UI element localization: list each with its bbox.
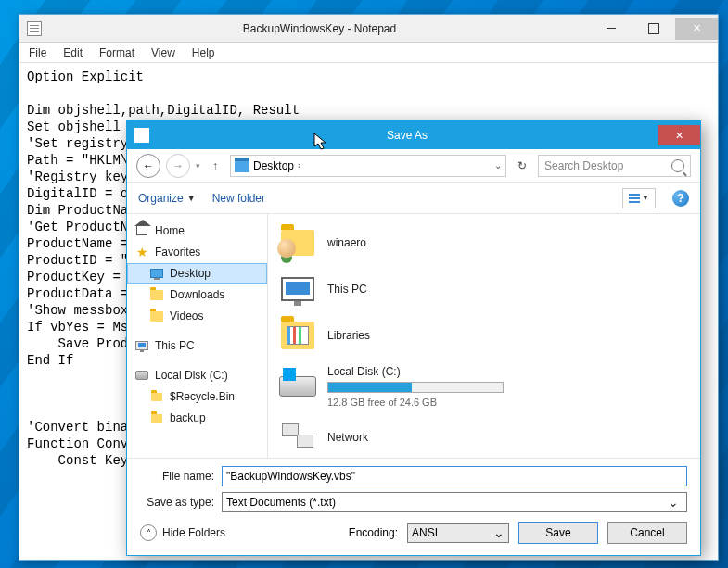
chevron-right-icon[interactable]: › bbox=[298, 160, 300, 170]
dialog-footer: File name: Save as type: Text Documents … bbox=[127, 458, 700, 555]
chevron-down-icon[interactable]: ⌄ bbox=[494, 160, 502, 170]
minimize-button[interactable] bbox=[590, 18, 632, 40]
home-icon bbox=[136, 226, 147, 235]
encoding-dropdown[interactable]: ANSI bbox=[407, 523, 509, 543]
search-box[interactable]: Search Desktop bbox=[538, 155, 691, 177]
nav-bar: ← → ▾ ↑ Desktop › ⌄ ↻ Search Desktop bbox=[127, 149, 700, 183]
filename-label: File name: bbox=[140, 470, 214, 483]
folder-icon bbox=[151, 393, 162, 401]
cancel-button[interactable]: Cancel bbox=[607, 522, 687, 544]
view-options-button[interactable] bbox=[622, 188, 656, 208]
disk-icon bbox=[135, 371, 148, 380]
save-button[interactable]: Save bbox=[518, 522, 598, 544]
dialog-close-button[interactable] bbox=[658, 125, 700, 145]
notepad-title: BackupWindowsKey - Notepad bbox=[49, 22, 590, 35]
nav-forward-button: → bbox=[166, 154, 190, 178]
file-libraries[interactable]: Libraries bbox=[274, 316, 695, 355]
savetype-dropdown[interactable]: Text Documents (*.txt) bbox=[222, 492, 687, 512]
tree-recycle[interactable]: $Recycle.Bin bbox=[127, 386, 267, 407]
breadcrumb-text[interactable]: Desktop bbox=[253, 159, 294, 172]
desktop-icon bbox=[235, 159, 249, 172]
file-local-disk[interactable]: Local Disk (C:) 12.8 GB free of 24.6 GB bbox=[274, 362, 695, 410]
menu-edit[interactable]: Edit bbox=[63, 46, 83, 59]
encoding-label: Encoding: bbox=[349, 526, 398, 539]
toolbar: Organize New folder ? bbox=[127, 183, 700, 214]
tree-this-pc[interactable]: This PC bbox=[127, 335, 267, 356]
list-view-icon bbox=[629, 194, 640, 203]
disk-icon bbox=[279, 376, 316, 397]
menu-view[interactable]: View bbox=[151, 46, 175, 59]
nav-back-button[interactable]: ← bbox=[136, 154, 160, 178]
save-as-titlebar[interactable]: Save As bbox=[127, 121, 700, 149]
pc-icon bbox=[135, 341, 148, 350]
file-winaero[interactable]: winaero bbox=[274, 223, 695, 262]
network-icon bbox=[282, 423, 313, 451]
menu-file[interactable]: File bbox=[29, 46, 46, 59]
filename-input[interactable] bbox=[222, 466, 687, 486]
star-icon: ★ bbox=[134, 245, 149, 259]
file-network[interactable]: Network bbox=[274, 418, 695, 457]
help-button[interactable]: ? bbox=[672, 190, 689, 207]
organize-menu[interactable]: Organize bbox=[138, 192, 196, 205]
navigation-pane[interactable]: Home ★Favorites Desktop Downloads Videos… bbox=[127, 214, 268, 458]
search-placeholder: Search Desktop bbox=[544, 159, 623, 172]
notepad-app-icon bbox=[27, 21, 42, 36]
save-as-dialog: Save As ← → ▾ ↑ Desktop › ⌄ ↻ Search Des… bbox=[126, 120, 701, 556]
desktop-icon bbox=[150, 269, 163, 278]
libraries-icon bbox=[281, 322, 314, 349]
file-this-pc[interactable]: This PC bbox=[274, 270, 695, 309]
tree-desktop[interactable]: Desktop bbox=[127, 263, 267, 284]
close-button[interactable] bbox=[675, 18, 718, 40]
file-list[interactable]: winaero This PC Libraries Local Disk (C:… bbox=[268, 214, 700, 458]
disk-fill bbox=[328, 383, 412, 392]
notepad-menubar: File Edit Format View Help bbox=[19, 43, 718, 63]
address-bar[interactable]: Desktop › ⌄ bbox=[230, 155, 506, 177]
user-folder-icon bbox=[281, 230, 314, 256]
menu-help[interactable]: Help bbox=[192, 46, 215, 59]
pc-icon bbox=[281, 277, 314, 301]
tree-favorites[interactable]: ★Favorites bbox=[127, 242, 267, 262]
folder-icon bbox=[150, 290, 163, 300]
new-folder-button[interactable]: New folder bbox=[212, 192, 265, 205]
maximize-button[interactable] bbox=[632, 18, 675, 40]
menu-format[interactable]: Format bbox=[99, 46, 134, 59]
disk-free-text: 12.8 GB free of 24.6 GB bbox=[327, 397, 504, 408]
tree-local-disk[interactable]: Local Disk (C:) bbox=[127, 365, 267, 385]
tree-backup[interactable]: backup bbox=[127, 408, 267, 428]
dialog-icon bbox=[134, 128, 149, 143]
tree-videos[interactable]: Videos bbox=[127, 306, 267, 326]
folder-icon bbox=[151, 414, 162, 423]
hide-folders-button[interactable]: ˄ Hide Folders bbox=[140, 524, 225, 541]
savetype-label: Save as type: bbox=[140, 496, 214, 509]
nav-up-button[interactable]: ↑ bbox=[206, 159, 224, 172]
save-as-title: Save As bbox=[157, 129, 658, 142]
tree-downloads[interactable]: Downloads bbox=[127, 284, 267, 305]
folder-icon bbox=[150, 311, 163, 322]
search-icon bbox=[671, 159, 684, 172]
nav-history-dropdown[interactable]: ▾ bbox=[196, 161, 200, 170]
chevron-up-icon: ˄ bbox=[140, 524, 157, 541]
notepad-titlebar[interactable]: BackupWindowsKey - Notepad bbox=[19, 15, 718, 43]
disk-usage-bar bbox=[327, 382, 504, 393]
refresh-button[interactable]: ↻ bbox=[512, 159, 532, 172]
tree-home[interactable]: Home bbox=[127, 221, 267, 241]
